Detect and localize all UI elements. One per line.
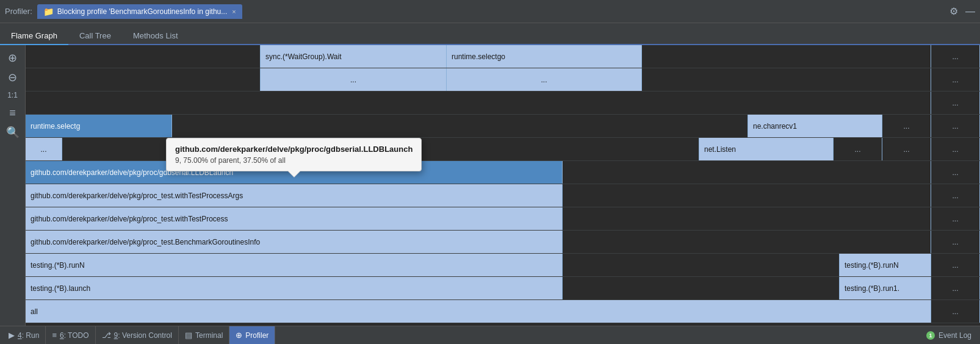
flame-cell-all[interactable]: all <box>26 300 931 323</box>
flame-cell[interactable]: net.Listen <box>699 138 834 160</box>
flame-row: github.com/derekparker/delve/pkg/proc_te… <box>26 184 980 207</box>
list-button[interactable]: ≡ <box>9 107 16 118</box>
flame-row: testing.(*B).launch testing.(*B).run1. .… <box>26 277 980 300</box>
flame-row: runtime.selectg ne.chanrecv1 ... ... <box>26 115 980 138</box>
flame-area: sync.(*WaitGroup).Wait runtime.selectgo … <box>26 45 980 326</box>
minimize-icon[interactable]: — <box>965 6 975 17</box>
flame-cell-lldb[interactable]: github.com/derekparker/delve/pkg/proc/gd… <box>26 161 563 184</box>
flame-cell-dots[interactable]: ... <box>931 277 980 299</box>
flame-cell[interactable]: testing.(*B).runN <box>26 254 563 276</box>
flame-cell[interactable]: ... <box>261 68 447 91</box>
flame-cell-empty <box>563 231 931 253</box>
close-tab-button[interactable]: × <box>232 8 236 15</box>
flame-row: ... net.Listen ... ... ... <box>26 138 980 161</box>
run-panel-button[interactable]: ▶ 4: Run <box>2 326 46 344</box>
flame-cell[interactable]: github.com/derekparker/delve/pkg/proc_te… <box>26 207 563 230</box>
flame-cell-empty <box>62 138 699 160</box>
tab-title: Blocking profile 'BenchmarkGoroutinesInf… <box>57 7 227 16</box>
zoom-out-button[interactable]: ⊖ <box>8 72 17 83</box>
flame-cell[interactable]: testing.(*B).runN <box>840 254 931 276</box>
title-bar-actions: ⚙ — <box>949 5 975 17</box>
flame-cell[interactable]: github.com/derekparker/delve/pkg/proc_te… <box>26 231 563 253</box>
flame-row: sync.(*WaitGroup).Wait runtime.selectgo … <box>26 45 980 68</box>
flame-row: github.com/derekparker/delve/pkg/proc_te… <box>26 231 980 254</box>
flame-cell[interactable]: github.com/derekparker/delve/pkg/proc_te… <box>26 184 563 207</box>
flame-cell[interactable]: ... <box>26 138 62 160</box>
flame-cell[interactable]: testing.(*B).launch <box>26 277 563 299</box>
flame-cell[interactable]: testing.(*B).run1. <box>840 277 931 299</box>
flame-cell[interactable]: ne.chanrecv1 <box>748 115 882 137</box>
flame-cell-dots[interactable]: ... <box>931 138 980 160</box>
flame-row: all ... <box>26 300 980 323</box>
tab-methods-list[interactable]: Methods List <box>122 27 189 45</box>
flame-row: testing.(*B).runN testing.(*B).runN ... <box>26 254 980 277</box>
flame-row: ... <box>26 91 980 115</box>
event-log-label: Event Log <box>939 331 971 340</box>
profiler-label: Profiler: <box>5 7 32 16</box>
flame-cell-empty <box>563 161 931 184</box>
flame-cell-dots[interactable]: ... <box>931 231 980 253</box>
flame-cell-empty <box>563 207 931 230</box>
run-icon: ▶ <box>9 331 15 340</box>
flame-row: github.com/derekparker/delve/pkg/proc/gd… <box>26 161 980 184</box>
event-log-badge: 1 <box>926 331 935 340</box>
flame-row: github.com/derekparker/delve/pkg/proc_te… <box>26 207 980 231</box>
flame-cell-dots[interactable]: ... <box>931 300 980 323</box>
flame-cell[interactable]: runtime.selectgo <box>447 45 642 68</box>
flame-cell-empty <box>563 277 840 299</box>
tab-flame-graph[interactable]: Flame Graph <box>0 27 68 45</box>
flame-cell-empty <box>563 254 840 276</box>
tabs-row: Flame Graph Call Tree Methods List <box>0 23 980 45</box>
tab-call-tree[interactable]: Call Tree <box>68 27 122 45</box>
status-bar: ▶ 4: Run ≡ 6: TODO ⎇ 9: Version Control … <box>0 326 980 344</box>
flame-cell-dots[interactable]: ... <box>931 207 980 230</box>
profiler-panel-button[interactable]: ⊕ Profiler <box>229 326 275 344</box>
flame-cell-empty <box>642 45 931 68</box>
flame-cell-empty <box>172 115 748 137</box>
flame-rows: sync.(*WaitGroup).Wait runtime.selectgo … <box>26 45 980 323</box>
vcs-icon: ⎇ <box>102 331 111 340</box>
flame-cell[interactable]: sync.(*WaitGroup).Wait <box>261 45 447 68</box>
folder-icon: 📁 <box>43 7 54 16</box>
settings-icon[interactable]: ⚙ <box>949 5 958 17</box>
flame-cell-dots[interactable]: ... <box>882 115 931 137</box>
event-log-button[interactable]: 1 Event Log <box>920 326 978 344</box>
todo-icon: ≡ <box>52 331 57 340</box>
flame-cell-dots[interactable]: ... <box>931 115 980 137</box>
search-button[interactable]: 🔍 <box>6 127 20 138</box>
flame-row: ... ... ... <box>26 68 980 91</box>
flame-cell-empty <box>26 68 261 91</box>
left-toolbar: ⊕ ⊖ 1:1 ≡ 🔍 <box>0 45 26 326</box>
flame-cell-empty <box>642 68 931 91</box>
flame-cell-empty <box>563 184 931 207</box>
terminal-icon: ▤ <box>185 331 192 340</box>
todo-panel-button[interactable]: ≡ 6: TODO <box>46 326 95 344</box>
version-control-button[interactable]: ⎇ 9: Version Control <box>96 326 179 344</box>
flame-cell-empty <box>26 91 931 114</box>
flame-cell-dots[interactable]: ... <box>834 138 882 160</box>
flame-cell-dots[interactable]: ... <box>882 138 931 160</box>
flame-cell-dots[interactable]: ... <box>931 184 980 207</box>
main-content: ⊕ ⊖ 1:1 ≡ 🔍 sync.(*WaitGroup).Wait runti… <box>0 45 980 326</box>
flame-cell-dots[interactable]: ... <box>931 68 980 91</box>
flame-cell-dots[interactable]: ... <box>931 45 980 68</box>
zoom-in-button[interactable]: ⊕ <box>8 52 17 63</box>
flame-cell-dots[interactable]: ... <box>931 161 980 184</box>
title-bar: Profiler: 📁 Blocking profile 'BenchmarkG… <box>0 0 980 23</box>
flame-cell[interactable]: ... <box>447 68 642 91</box>
flame-cell-empty <box>26 45 261 68</box>
terminal-button[interactable]: ▤ Terminal <box>179 326 229 344</box>
ratio-button[interactable]: 1:1 <box>7 91 18 99</box>
flame-cell-dots[interactable]: ... <box>931 91 980 114</box>
flame-cell-selected[interactable]: runtime.selectg <box>26 115 172 137</box>
flame-cell-dots[interactable]: ... <box>931 254 980 276</box>
profiler-icon: ⊕ <box>236 331 242 340</box>
profiler-tab[interactable]: 📁 Blocking profile 'BenchmarkGoroutinesI… <box>37 4 242 19</box>
